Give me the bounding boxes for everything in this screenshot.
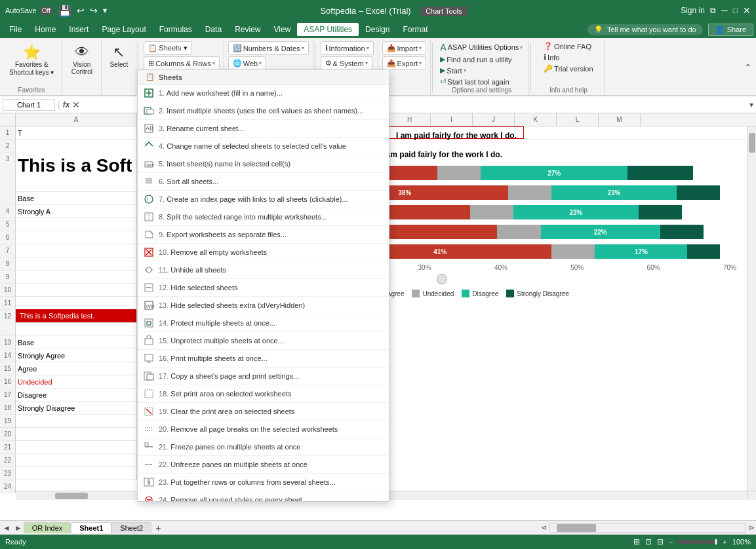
trial-version-btn[interactable]: 🔑 Trial version	[542, 64, 595, 73]
dropdown-item-4[interactable]: 4. Change name of selected sheets to sel…	[138, 138, 389, 155]
minimize-icon[interactable]: ─	[721, 5, 728, 16]
menu-home[interactable]: Home	[28, 23, 62, 36]
menu-review[interactable]: Review	[228, 23, 267, 36]
chevron-up-icon[interactable]: ⌃	[744, 62, 752, 73]
sheet-tab-or-index[interactable]: OR Index	[24, 522, 71, 533]
sheet-scroll-left[interactable]: ⊲	[541, 523, 547, 532]
cell-a6[interactable]	[16, 218, 136, 231]
sheet-scroll-right[interactable]: ⊳	[749, 523, 755, 532]
delete-chart-btn[interactable]: ✕	[72, 100, 80, 110]
share-button[interactable]: 👤 Share	[708, 24, 753, 36]
find-utility-btn[interactable]: ▶ Find and run a utility	[438, 54, 513, 64]
menu-formulas[interactable]: Formulas	[153, 23, 199, 36]
start-btn[interactable]: ▶ Start ▾	[438, 66, 468, 75]
system-btn[interactable]: ⚙ & System ▾	[321, 56, 372, 70]
layout-view-icon[interactable]: ⊡	[645, 537, 652, 546]
customize-icon[interactable]: ▾	[103, 6, 107, 15]
cell-a23[interactable]	[16, 454, 136, 467]
zoom-thumb[interactable]	[715, 539, 717, 545]
zoom-out-icon[interactable]: −	[669, 538, 673, 546]
vision-control-btn[interactable]: 👁 VisionControl	[68, 41, 96, 78]
dropdown-item-14[interactable]: 14. Protect multiple sheets at once...	[138, 314, 389, 332]
autosave-toggle[interactable]: Off	[39, 7, 53, 15]
cell-a14[interactable]: Base	[16, 336, 136, 349]
cell-a16[interactable]: Agree	[16, 362, 136, 375]
scroll-thumb-h[interactable]	[55, 493, 88, 499]
dropdown-item-2[interactable]: 2. Insert multiple sheets (uses the cell…	[138, 102, 389, 120]
scroll-track-vertical[interactable]	[747, 126, 756, 491]
close-icon[interactable]: ✕	[743, 5, 751, 16]
cell-a24[interactable]	[16, 467, 136, 480]
asap-options-btn[interactable]: A ASAP Utilities Options ▾	[438, 41, 525, 53]
dropdown-item-10[interactable]: 10. Remove all empty worksheets	[138, 244, 389, 261]
cell-a11[interactable]	[16, 284, 136, 297]
name-box[interactable]	[3, 99, 55, 111]
cell-a1[interactable]: T	[16, 126, 136, 140]
prev-sheet-icon[interactable]: ◄	[1, 523, 12, 533]
next-sheet-icon[interactable]: ►	[13, 523, 24, 533]
cell-a7[interactable]	[16, 231, 136, 244]
undo-icon[interactable]: ↩	[77, 5, 85, 16]
cell-a2-3[interactable]: This is a Soft	[16, 140, 136, 192]
menu-format[interactable]: Format	[396, 23, 434, 36]
cell-a22[interactable]	[16, 441, 136, 454]
fx-icon[interactable]: fx	[63, 100, 70, 109]
sheet-tab-sheet2[interactable]: Sheet2	[111, 522, 151, 533]
cell-a4[interactable]: Base	[16, 192, 136, 205]
h-scroll-thumb[interactable]	[557, 524, 596, 532]
sheets-dropdown-btn[interactable]: 📋 Sheets ▾	[144, 41, 191, 55]
redo-icon[interactable]: ↪	[90, 5, 98, 16]
ribbon-collapse-btn[interactable]: ⌃	[744, 40, 755, 95]
information-btn[interactable]: ℹ Information ▾	[321, 41, 374, 55]
menu-data[interactable]: Data	[199, 23, 228, 36]
cell-a18[interactable]: Disagree	[16, 388, 136, 402]
cell-a10[interactable]	[16, 271, 136, 284]
dropdown-item-22[interactable]: 22. Unfreeze panes on multiple sheets at…	[138, 456, 389, 474]
favorites-shortcut-btn[interactable]: ⭐ Favorites &Shortcut keys ▾	[5, 41, 58, 79]
menu-page-layout[interactable]: Page Layout	[95, 23, 152, 36]
horizontal-scroll-bar[interactable]	[549, 523, 746, 533]
dropdown-item-21[interactable]: 21. Freeze panes on multiple sheets at o…	[138, 438, 389, 456]
add-sheet-btn[interactable]: +	[151, 523, 165, 533]
page-view-icon[interactable]: ⊟	[657, 537, 664, 546]
cell-a9[interactable]	[16, 257, 136, 271]
columns-rows-dropdown-btn[interactable]: ⊞ Columns & Rows ▾	[144, 56, 219, 70]
cell-a17[interactable]: Undecided	[16, 375, 136, 388]
menu-asap-utilities[interactable]: ASAP Utilities	[297, 23, 359, 36]
dropdown-item-19[interactable]: 19. Clear the print area on selected she…	[138, 403, 389, 421]
online-faq-btn[interactable]: ❓ Online FAQ	[542, 41, 593, 51]
dropdown-item-23[interactable]: 23. Put together rows or columns from se…	[138, 474, 389, 491]
select-btn[interactable]: ↖ Select	[106, 41, 132, 71]
cell-a19[interactable]: Strongly Disagree	[16, 402, 136, 415]
zoom-in-icon[interactable]: +	[723, 538, 726, 546]
cell-a15[interactable]: Strongly Agree	[16, 349, 136, 362]
dropdown-item-16[interactable]: 16. Print multiple sheets at once...	[138, 350, 389, 368]
dropdown-item-15[interactable]: 15. Unprotect multiple sheets at once...	[138, 332, 389, 350]
start-last-btn[interactable]: ⏎ Start last tool again	[438, 77, 511, 86]
dropdown-item-17[interactable]: 17. Copy a sheet's page and print settin…	[138, 368, 389, 385]
dropdown-item-7[interactable]: i 7. Create an index page with links to …	[138, 191, 389, 208]
numbers-dates-btn[interactable]: 🔢 Numbers & Dates ▾	[228, 41, 309, 55]
save-icon[interactable]: 💾	[58, 5, 71, 17]
menu-insert[interactable]: Insert	[62, 23, 95, 36]
dropdown-item-3[interactable]: AB 3. Rename current sheet...	[138, 120, 389, 138]
formula-expand-btn[interactable]: ▾	[749, 100, 753, 109]
sheet-tab-sheet1[interactable]: Sheet1	[71, 522, 111, 533]
dropdown-item-20[interactable]: 20. Remove all page breaks on the select…	[138, 421, 389, 438]
cell-a5[interactable]: Strongly A	[16, 205, 136, 218]
zoom-slider[interactable]	[678, 540, 717, 544]
export-btn[interactable]: 📤 Export ▾	[382, 56, 427, 70]
tell-me-box[interactable]: 💡 Tell me what you want to do	[587, 24, 703, 35]
cell-a21[interactable]	[16, 428, 136, 441]
cell-a12[interactable]: This is a Softpedia test.	[16, 297, 136, 323]
info-btn[interactable]: ℹ Info	[542, 52, 561, 62]
dropdown-item-11[interactable]: 11. Unhide all sheets	[138, 261, 389, 279]
cell-a20[interactable]	[16, 415, 136, 428]
cell-a13[interactable]	[16, 323, 136, 336]
cell-a8[interactable]	[16, 244, 136, 257]
chart-frame[interactable]: I am paid fairly for the work I do.	[389, 126, 524, 139]
import-btn[interactable]: 📥 Import ▾	[382, 41, 426, 55]
dropdown-item-18[interactable]: 18. Set print area on selected worksheet…	[138, 385, 389, 403]
dropdown-item-8[interactable]: 8. Split the selected range into multipl…	[138, 208, 389, 226]
menu-file[interactable]: File	[3, 23, 28, 36]
